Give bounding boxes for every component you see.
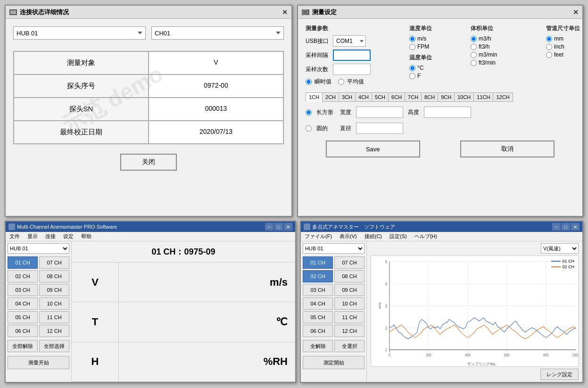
ch-btn-06[interactable]: 06 CH xyxy=(8,325,38,337)
svg-rect-1 xyxy=(10,10,16,14)
menu-connect[interactable]: 连接 xyxy=(43,233,58,240)
ch-btn-12[interactable]: 12 CH xyxy=(39,325,69,337)
pipe-feet-radio[interactable] xyxy=(546,52,552,58)
ch-btn-10[interactable]: 10 CH xyxy=(39,297,69,310)
br-ch-btn-12[interactable]: 12 CH xyxy=(334,325,364,337)
speed-fpm-radio[interactable] xyxy=(409,44,415,50)
minimize-button[interactable]: ─ xyxy=(265,223,273,231)
br-maximize-button[interactable]: □ xyxy=(562,223,570,231)
ch-tab-5[interactable]: 5CH xyxy=(372,92,388,102)
ch-tab-7[interactable]: 7CH xyxy=(405,92,421,102)
br-menu-settings[interactable]: 設定(S) xyxy=(388,233,409,240)
br-minimize-button[interactable]: ─ xyxy=(552,223,561,231)
diameter-input[interactable]: 0 xyxy=(356,123,403,134)
label-calibration-date: 最终校正日期 xyxy=(14,121,149,144)
ch-tab-9[interactable]: 9CH xyxy=(438,92,454,102)
average-radio[interactable] xyxy=(338,79,344,85)
menu-display[interactable]: 显示 xyxy=(25,233,40,240)
ch-btn-09[interactable]: 09 CH xyxy=(39,284,69,296)
br-ch-btn-04[interactable]: 04 CH xyxy=(303,297,333,310)
menu-file[interactable]: 文件 xyxy=(8,233,22,240)
menu-help[interactable]: 帮助 xyxy=(79,233,93,240)
ch-tab-4[interactable]: 4CH xyxy=(355,92,372,102)
vol-ft3h-radio[interactable] xyxy=(471,44,477,50)
pipe-mm-radio[interactable] xyxy=(546,36,552,42)
ch-btn-05[interactable]: 05 CH xyxy=(8,311,38,323)
range-setting-button[interactable]: レング設定 xyxy=(540,369,579,380)
select-all-button[interactable]: 全部选择 xyxy=(39,340,69,352)
pipe-inch-radio[interactable] xyxy=(546,44,552,50)
interval-input[interactable]: 1 xyxy=(333,50,371,61)
br-deselect-all-button[interactable]: 全解除 xyxy=(303,340,333,352)
br-ch-btn-05[interactable]: 05 CH xyxy=(303,311,333,323)
br-ch-grid: 01 CH 07 CH 02 CH 08 CH 03 CH 09 CH 04 C… xyxy=(303,256,364,337)
label-measurement-target: 测量对象 xyxy=(14,51,149,74)
br-ch-btn-10[interactable]: 10 CH xyxy=(334,297,364,310)
ch-btn-01[interactable]: 01 CH xyxy=(8,256,38,269)
br-app-title: 多点式アネマスター ソフトウェア xyxy=(312,223,550,231)
br-menu-connect[interactable]: 接続(C) xyxy=(363,233,384,240)
svg-text:3: 3 xyxy=(385,303,388,308)
br-ch-btn-01[interactable]: 01 CH xyxy=(303,256,333,269)
width-input[interactable]: 100 xyxy=(356,107,403,118)
vol-m3min-radio[interactable] xyxy=(471,52,477,58)
volume-unit-title: 体积单位 xyxy=(471,25,546,33)
vol-ft3min-radio[interactable] xyxy=(471,60,477,66)
ch-tab-3[interactable]: 3CH xyxy=(339,92,355,102)
maximize-button[interactable]: □ xyxy=(274,223,283,231)
br-ch-btn-08[interactable]: 08 CH xyxy=(334,270,364,282)
instant-radio[interactable] xyxy=(306,79,312,85)
ch-tab-12[interactable]: 12CH xyxy=(493,92,513,102)
br-unit-select[interactable]: V(風速) xyxy=(541,243,579,254)
ch-select[interactable]: CH01 xyxy=(151,26,284,40)
ch-btn-04[interactable]: 04 CH xyxy=(8,297,38,310)
height-input[interactable]: 100 xyxy=(424,107,471,118)
ch-btn-07[interactable]: 07 CH xyxy=(39,256,69,269)
br-ch-btn-06[interactable]: 06 CH xyxy=(303,325,333,337)
count-input[interactable]: 1000 xyxy=(333,64,371,75)
br-ch-btn-02[interactable]: 02 CH xyxy=(303,270,333,282)
vol-m3h-radio[interactable] xyxy=(471,36,477,42)
br-menu-file[interactable]: ファイル(F) xyxy=(303,233,334,240)
ch-btn-03[interactable]: 03 CH xyxy=(8,284,38,296)
measure-close-icon[interactable]: ✕ xyxy=(573,8,579,16)
vol-ft3h-label: ft3/h xyxy=(479,43,489,50)
menu-settings[interactable]: 设定 xyxy=(61,233,75,240)
ch-tab-11[interactable]: 11CH xyxy=(473,92,493,102)
br-ch-btn-11[interactable]: 11 CH xyxy=(334,311,364,323)
temp-c-radio[interactable] xyxy=(409,65,415,71)
br-ch-btn-03[interactable]: 03 CH xyxy=(303,284,333,296)
ch-btn-02[interactable]: 02 CH xyxy=(8,270,38,282)
save-button[interactable]: Save xyxy=(326,140,420,157)
br-ch-btn-07[interactable]: 07 CH xyxy=(334,256,364,269)
br-close-button[interactable]: ✕ xyxy=(571,223,580,231)
ch-tab-1[interactable]: 1CH xyxy=(306,92,322,102)
br-start-measurement-button[interactable]: 測定開始 xyxy=(303,356,364,369)
ch-btn-11[interactable]: 11 CH xyxy=(39,311,69,323)
pipe-rect-radio[interactable] xyxy=(306,109,312,116)
br-select-all-button[interactable]: 全選択 xyxy=(334,340,364,352)
speed-ms-radio[interactable] xyxy=(409,36,415,42)
close-button[interactable]: 关闭 xyxy=(120,154,177,171)
info-grid: 测量对象 V 探头序号 0972-00 探头SN 000013 最终校正日期 2… xyxy=(13,51,284,144)
hub-select[interactable]: HUB 01 xyxy=(13,26,146,40)
ch-tab-2[interactable]: 2CH xyxy=(322,92,339,102)
start-measurement-button[interactable]: 测量开始 xyxy=(8,356,69,369)
br-ch-btn-09[interactable]: 09 CH xyxy=(334,284,364,296)
br-menu-help[interactable]: ヘルプ(H) xyxy=(413,233,439,240)
ch-btn-08[interactable]: 08 CH xyxy=(39,270,69,282)
br-menu-display[interactable]: 表示(V) xyxy=(338,233,359,240)
pipe-circle-radio[interactable] xyxy=(306,125,312,132)
ch-tab-10[interactable]: 10CH xyxy=(454,92,473,102)
cancel-button[interactable]: 取消 xyxy=(460,140,555,157)
bl-hub-select[interactable]: HUB 01 xyxy=(8,243,69,254)
bl-close-button[interactable]: ✕ xyxy=(284,223,292,231)
temp-f-radio[interactable] xyxy=(409,73,415,79)
close-icon[interactable]: ✕ xyxy=(282,8,288,16)
br-hub-select[interactable]: HUB 01 xyxy=(303,243,364,254)
deselect-all-button[interactable]: 全部解除 xyxy=(8,340,38,352)
ch-tab-6[interactable]: 6CH xyxy=(388,92,405,102)
width-label: 宽度 xyxy=(340,108,351,116)
ch-tab-8[interactable]: 8CH xyxy=(421,92,438,102)
usb-select[interactable]: COM1 xyxy=(333,35,366,47)
